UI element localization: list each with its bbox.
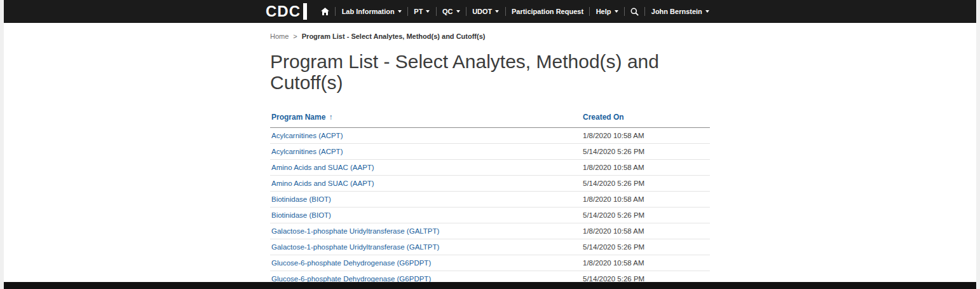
program-table: Program Name Created On Acylcarnitines (… xyxy=(270,110,710,287)
sort-asc-icon xyxy=(329,113,332,122)
created-on-cell: 5/14/2020 5:26 PM xyxy=(582,239,710,255)
nav-divider xyxy=(624,7,625,16)
breadcrumb-current: Program List - Select Analytes, Method(s… xyxy=(302,32,486,40)
nav-pt[interactable]: PT xyxy=(409,8,435,15)
chevron-down-icon xyxy=(615,10,618,13)
program-link[interactable]: Acylcarnitines (ACPT) xyxy=(271,148,343,155)
nav-help-label: Help xyxy=(596,8,611,15)
nav-divider xyxy=(644,7,645,16)
program-link[interactable]: Galactose-1-phosphate Uridyltransferase … xyxy=(271,243,439,251)
created-on-cell: 1/8/2020 10:58 AM xyxy=(582,192,710,208)
cdc-logo-bar xyxy=(303,3,307,20)
nav-udot-label: UDOT xyxy=(472,8,492,15)
chevron-down-icon xyxy=(426,10,430,13)
breadcrumb-home-link[interactable]: Home xyxy=(270,32,289,40)
top-navbar: CDC Lab Information PT QC UDOT Participa… xyxy=(4,0,976,23)
table-row: Biotinidase (BIOT) 5/14/2020 5:26 PM xyxy=(270,208,710,223)
column-header-program-name-label: Program Name xyxy=(271,113,325,122)
nav-qc[interactable]: QC xyxy=(437,8,465,15)
page-title: Program List - Select Analytes, Method(s… xyxy=(270,51,710,93)
nav-divider xyxy=(335,7,336,16)
program-link[interactable]: Glucose-6-phosphate Dehydrogenase (G6PDP… xyxy=(271,259,431,267)
navbar-inner: CDC Lab Information PT QC UDOT Participa… xyxy=(266,0,714,23)
cdc-logo[interactable]: CDC xyxy=(266,3,307,20)
user-menu[interactable]: John Bernstein xyxy=(646,8,714,15)
table-row: Galactose-1-phosphate Uridyltransferase … xyxy=(270,223,710,239)
column-header-created-on[interactable]: Created On xyxy=(582,110,710,128)
nav-divider xyxy=(589,7,590,16)
created-on-cell: 1/8/2020 10:58 AM xyxy=(582,223,710,239)
nav-lab-information-label: Lab Information xyxy=(342,8,395,15)
main-nav: Lab Information PT QC UDOT Participation… xyxy=(316,7,714,16)
created-on-cell: 5/14/2020 5:26 PM xyxy=(582,208,710,223)
program-link[interactable]: Biotinidase (BIOT) xyxy=(271,195,331,203)
program-link[interactable]: Acylcarnitines (ACPT) xyxy=(271,132,343,139)
program-link[interactable]: Amino Acids and SUAC (AAPT) xyxy=(271,180,374,187)
nav-divider xyxy=(505,7,506,16)
nav-pt-label: PT xyxy=(414,8,423,15)
program-link[interactable]: Amino Acids and SUAC (AAPT) xyxy=(271,164,374,171)
created-on-cell: 1/8/2020 10:58 AM xyxy=(582,128,710,144)
nav-participation-request-label: Participation Request xyxy=(512,8,583,15)
chevron-down-icon xyxy=(398,10,402,13)
main-content: Home > Program List - Select Analytes, M… xyxy=(270,32,710,289)
nav-udot[interactable]: UDOT xyxy=(467,8,504,15)
table-row: Amino Acids and SUAC (AAPT) 5/14/2020 5:… xyxy=(270,176,710,192)
column-header-created-on-label: Created On xyxy=(583,113,624,122)
breadcrumb: Home > Program List - Select Analytes, M… xyxy=(270,32,710,40)
chevron-down-icon xyxy=(456,10,460,13)
table-header-row: Program Name Created On xyxy=(270,110,710,128)
chevron-down-icon xyxy=(705,10,709,13)
chevron-down-icon xyxy=(495,10,499,13)
home-icon xyxy=(321,8,329,15)
created-on-cell: 5/14/2020 5:26 PM xyxy=(582,176,710,192)
nav-divider xyxy=(466,7,466,16)
footer-bar xyxy=(4,282,976,289)
nav-divider xyxy=(436,7,437,16)
cdc-logo-text: CDC xyxy=(266,4,301,19)
table-row: Galactose-1-phosphate Uridyltransferase … xyxy=(270,239,710,255)
nav-participation-request[interactable]: Participation Request xyxy=(507,8,589,15)
nav-lab-information[interactable]: Lab Information xyxy=(337,8,407,15)
home-nav-button[interactable] xyxy=(316,8,334,15)
nav-help[interactable]: Help xyxy=(591,8,623,15)
created-on-cell: 5/14/2020 5:26 PM xyxy=(582,144,710,160)
program-link[interactable]: Galactose-1-phosphate Uridyltransferase … xyxy=(271,227,439,235)
column-header-program-name[interactable]: Program Name xyxy=(270,110,582,128)
user-menu-label: John Bernstein xyxy=(651,8,702,15)
program-link[interactable]: Biotinidase (BIOT) xyxy=(271,211,331,219)
table-row: Amino Acids and SUAC (AAPT) 1/8/2020 10:… xyxy=(270,160,710,176)
table-row: Biotinidase (BIOT) 1/8/2020 10:58 AM xyxy=(270,192,710,208)
search-button[interactable] xyxy=(625,8,644,16)
nav-qc-label: QC xyxy=(442,8,453,15)
nav-divider xyxy=(407,7,408,16)
search-icon xyxy=(630,8,639,16)
table-row: Acylcarnitines (ACPT) 5/14/2020 5:26 PM xyxy=(270,144,710,160)
table-row: Acylcarnitines (ACPT) 1/8/2020 10:58 AM xyxy=(270,128,710,144)
created-on-cell: 1/8/2020 10:58 AM xyxy=(582,160,710,176)
created-on-cell: 1/8/2020 10:58 AM xyxy=(582,255,710,271)
breadcrumb-separator: > xyxy=(293,32,297,40)
table-row: Glucose-6-phosphate Dehydrogenase (G6PDP… xyxy=(270,255,710,271)
